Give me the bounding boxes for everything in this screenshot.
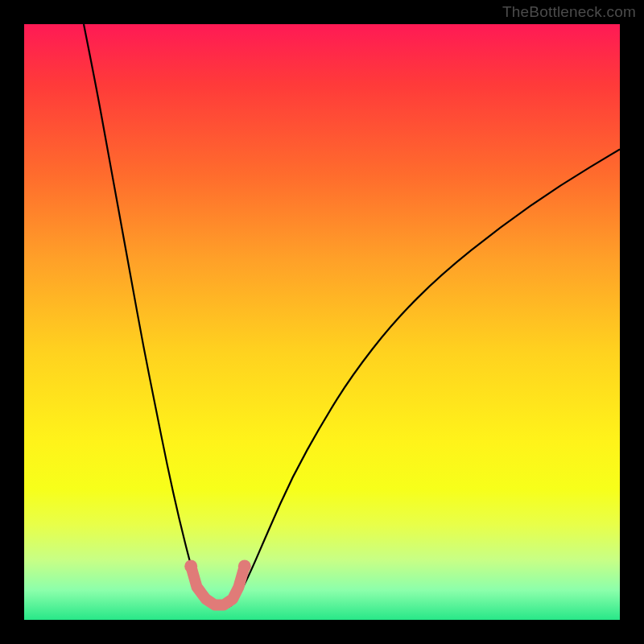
valley-marker-path [191, 566, 245, 605]
valley-marker-dot [238, 559, 251, 572]
chart-frame: TheBottleneck.com [0, 0, 644, 644]
valley-markers [184, 559, 251, 605]
curve-svg [24, 24, 620, 620]
bottleneck-curve [84, 24, 620, 608]
valley-marker-dot [184, 559, 197, 572]
plot-area [24, 24, 620, 620]
watermark-text: TheBottleneck.com [502, 3, 636, 21]
